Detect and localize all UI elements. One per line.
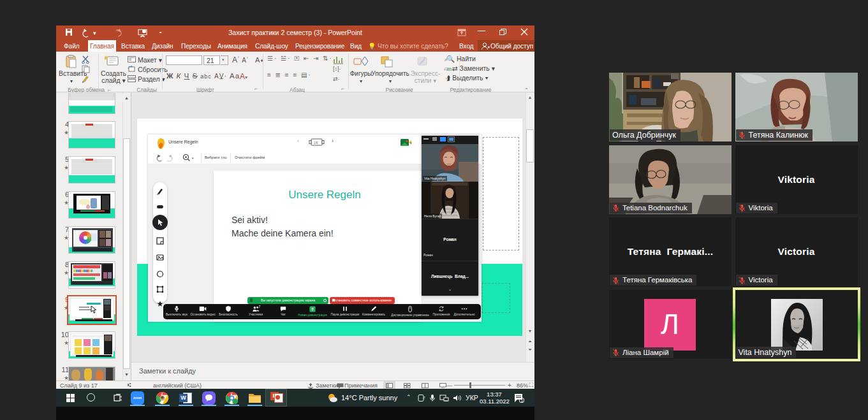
svg-text:1: 1 bbox=[521, 398, 524, 403]
svg-text:1/9: 1/9 bbox=[314, 141, 318, 145]
svg-text:▾: ▾ bbox=[192, 156, 194, 160]
svg-text:▾: ▾ bbox=[410, 141, 412, 145]
